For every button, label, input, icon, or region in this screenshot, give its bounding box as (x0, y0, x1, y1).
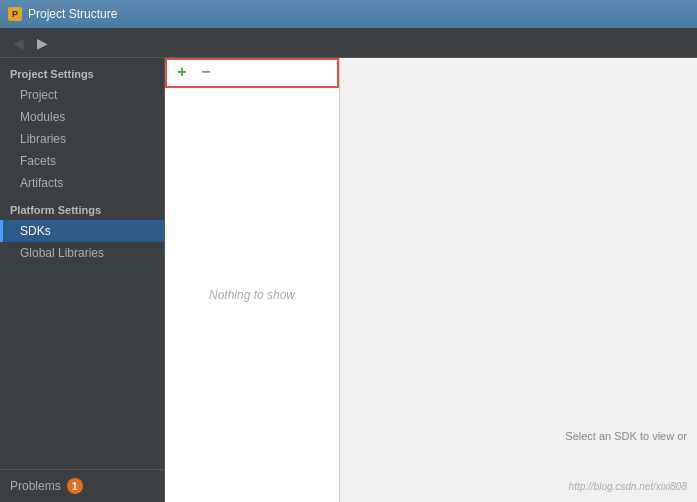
forward-button[interactable]: ▶ (32, 33, 52, 53)
remove-button[interactable]: − (195, 61, 217, 83)
problems-label: Problems (10, 479, 61, 493)
main-container: ◀ ▶ Project Settings Project Modules Lib… (0, 28, 697, 502)
problems-section[interactable]: Problems 1 (0, 469, 164, 502)
sidebar-item-modules[interactable]: Modules (0, 106, 164, 128)
nothing-to-show: Nothing to show (165, 88, 339, 502)
sidebar-item-global-libraries[interactable]: Global Libraries (0, 242, 164, 264)
watermark: http://blog.csdn.net/xixi808 (569, 481, 687, 492)
sidebar-item-artifacts[interactable]: Artifacts (0, 172, 164, 194)
nav-bar: ◀ ▶ (0, 28, 697, 58)
sidebar-item-libraries[interactable]: Libraries (0, 128, 164, 150)
app-icon: P (8, 7, 22, 21)
right-panel: Select an SDK to view or http://blog.csd… (340, 58, 697, 502)
middle-panel: + − Nothing to show (165, 58, 340, 502)
add-button[interactable]: + (171, 61, 193, 83)
project-settings-label: Project Settings (0, 58, 164, 84)
sidebar: Project Settings Project Modules Librari… (0, 58, 165, 502)
platform-settings-label: Platform Settings (0, 194, 164, 220)
sidebar-item-facets[interactable]: Facets (0, 150, 164, 172)
back-button[interactable]: ◀ (8, 33, 28, 53)
sdk-hint: Select an SDK to view or (565, 430, 687, 442)
title-bar: P Project Structure (0, 0, 697, 28)
content-area: Project Settings Project Modules Librari… (0, 58, 697, 502)
toolbar: + − (165, 58, 339, 88)
sidebar-item-sdks[interactable]: SDKs (0, 220, 164, 242)
title-bar-text: Project Structure (28, 7, 117, 21)
problems-badge: 1 (67, 478, 83, 494)
sidebar-item-project[interactable]: Project (0, 84, 164, 106)
